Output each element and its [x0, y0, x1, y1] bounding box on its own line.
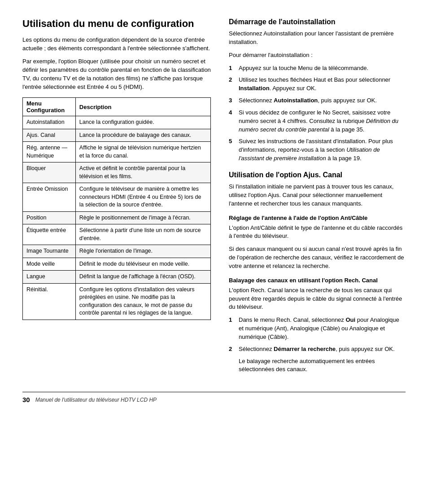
- table-row: BloquerActive et définit le contrôle par…: [23, 162, 211, 183]
- section2-title: Utilisation de l'option Ajus. Canal: [229, 171, 406, 179]
- step-text: Suivez les instructions de l'assistant d…: [239, 137, 406, 163]
- footer-text: Manuel de l'utilisateur du téléviseur HD…: [35, 397, 157, 403]
- menu-cell: Réinitial.: [23, 283, 76, 320]
- steps2-note: Le balayage recherche automatiquement le…: [239, 357, 406, 374]
- subsection1-p1: L'option Ant/Câble définit le type de l'…: [229, 224, 406, 241]
- step-number: 1: [229, 64, 235, 73]
- desc-cell: Configure les options d'installation des…: [75, 283, 210, 320]
- menu-cell: Autoinstallation: [23, 116, 76, 129]
- step-number: 2: [229, 76, 235, 84]
- table-row: Image TournanteRègle l'orientation de l'…: [23, 245, 211, 258]
- desc-cell: Active et définit le contrôle parental p…: [75, 162, 210, 183]
- table-row: LangueDéfinit la langue de l'affichage à…: [23, 271, 211, 284]
- step-number: 4: [229, 109, 235, 117]
- desc-cell: Lance la configuration guidée.: [75, 116, 210, 129]
- menu-cell: Entrée Omission: [23, 183, 76, 212]
- right-column: Démarrage de l'autoinstallation Sélectio…: [229, 18, 406, 378]
- step-number: 3: [229, 96, 235, 105]
- desc-cell: Définit la langue de l'affichage à l'écr…: [75, 271, 210, 284]
- menu-cell: Mode veille: [23, 258, 76, 271]
- subsection2-p1: L'option Rech. Canal lance la recherche …: [229, 286, 406, 312]
- config-table: Menu Configuration Description Autoinsta…: [22, 97, 211, 320]
- page-layout: Utilisation du menu de configuration Les…: [22, 18, 406, 378]
- desc-cell: Règle le positionnement de l'image à l'é…: [75, 211, 210, 224]
- table-row: AutoinstallationLance la configuration g…: [23, 116, 211, 129]
- page-number: 30: [22, 396, 30, 403]
- main-title: Utilisation du menu de configuration: [22, 18, 211, 30]
- list-item: 3Sélectionnez Autoinstallation, puis app…: [229, 96, 406, 105]
- menu-cell: Langue: [23, 271, 76, 284]
- step-text: Dans le menu Rech. Canal, sélectionnez O…: [239, 316, 406, 342]
- list-item: 1Dans le menu Rech. Canal, sélectionnez …: [229, 316, 406, 342]
- list-item: 4Si vous décidez de configurer le No Sec…: [229, 109, 406, 134]
- menu-cell: Position: [23, 211, 76, 224]
- step-text: Utilisez les touches fléchées Haut et Ba…: [239, 76, 406, 93]
- step-number: 2: [229, 345, 235, 354]
- desc-cell: Affiche le signal de télévision numériqu…: [75, 142, 210, 162]
- list-item: 1Appuyez sur la touche Menu de la téléco…: [229, 64, 406, 73]
- table-row: Ajus. CanalLance la procédure de balayag…: [23, 129, 211, 142]
- intro-p2: Par exemple, l'option Bloquer (utilisée …: [22, 57, 211, 91]
- step-number: 1: [229, 316, 235, 324]
- page-footer: 30 Manuel de l'utilisateur du téléviseur…: [22, 392, 406, 403]
- desc-cell: Sélectionne à partir d'une liste un nom …: [75, 224, 210, 245]
- step-text: Sélectionnez Autoinstallation, puis appu…: [239, 96, 406, 105]
- step-text: Appuyez sur la touche Menu de la télécom…: [239, 64, 406, 73]
- table-row: Mode veilleDéfinit le mode du téléviseur…: [23, 258, 211, 271]
- table-row: PositionRègle le positionnement de l'ima…: [23, 211, 211, 224]
- col1-header: Menu Configuration: [23, 98, 76, 116]
- col2-header: Description: [75, 98, 210, 116]
- section1-intro: Sélectionnez Autoinstallation pour lance…: [229, 30, 406, 47]
- menu-cell: Bloquer: [23, 162, 76, 183]
- step-text: Sélectionnez Démarrer la recherche, puis…: [239, 345, 406, 354]
- subsection1-title: Réglage de l'antenne à l'aide de l'optio…: [229, 215, 406, 221]
- table-row: Rég. antenne — NumériqueAffiche le signa…: [23, 142, 211, 162]
- desc-cell: Lance la procédure de balayage des canau…: [75, 129, 210, 142]
- list-item: 2Utilisez les touches fléchées Haut et B…: [229, 76, 406, 93]
- table-row: Entrée OmissionConfigure le téléviseur d…: [23, 183, 211, 212]
- step-number: 5: [229, 137, 235, 146]
- steps1-list: 1Appuyez sur la touche Menu de la téléco…: [229, 64, 406, 163]
- section1-sub: Pour démarrer l'autoinstallation :: [229, 51, 406, 60]
- menu-cell: Image Tournante: [23, 245, 76, 258]
- desc-cell: Configure le téléviseur de manière à ome…: [75, 183, 210, 212]
- section2-intro: Si l'installation initiale ne parvient p…: [229, 183, 406, 208]
- subsection1-p2: Si des canaux manquent ou si aucun canal…: [229, 245, 406, 271]
- subsection2-title: Balayage des canaux en utilisant l'optio…: [229, 277, 406, 284]
- menu-cell: Étiquette entrée: [23, 224, 76, 245]
- left-column: Utilisation du menu de configuration Les…: [22, 18, 211, 320]
- step-text: Si vous décidez de configurer le No Secr…: [239, 109, 406, 134]
- desc-cell: Définit le mode du téléviseur en mode ve…: [75, 258, 210, 271]
- menu-cell: Ajus. Canal: [23, 129, 76, 142]
- table-row: Étiquette entréeSélectionne à partir d'u…: [23, 224, 211, 245]
- table-row: Réinitial.Configure les options d'instal…: [23, 283, 211, 320]
- intro-p1: Les options du menu de configuration dép…: [22, 36, 211, 53]
- steps2-list: 1Dans le menu Rech. Canal, sélectionnez …: [229, 316, 406, 353]
- list-item: 5Suivez les instructions de l'assistant …: [229, 137, 406, 163]
- section1-title: Démarrage de l'autoinstallation: [229, 18, 406, 26]
- menu-cell: Rég. antenne — Numérique: [23, 142, 76, 162]
- desc-cell: Règle l'orientation de l'image.: [75, 245, 210, 258]
- list-item: 2Sélectionnez Démarrer la recherche, pui…: [229, 345, 406, 354]
